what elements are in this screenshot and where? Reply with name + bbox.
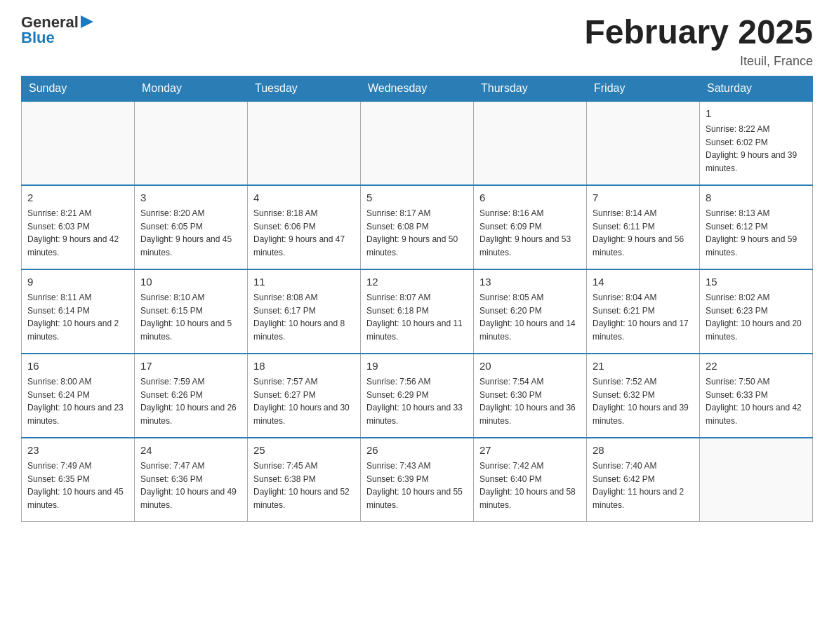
week-row-3: 9Sunrise: 8:11 AM Sunset: 6:14 PM Daylig… (22, 269, 813, 354)
day-number: 5 (366, 190, 468, 206)
calendar-cell: 16Sunrise: 8:00 AM Sunset: 6:24 PM Dayli… (22, 354, 135, 438)
day-number: 19 (366, 358, 468, 375)
day-number: 10 (140, 274, 241, 290)
calendar-cell: 12Sunrise: 8:07 AM Sunset: 6:18 PM Dayli… (361, 269, 474, 354)
day-info: Sunrise: 7:47 AM Sunset: 6:36 PM Dayligh… (140, 459, 241, 511)
day-number: 9 (27, 274, 128, 290)
day-number: 1 (706, 106, 807, 122)
day-info: Sunrise: 8:17 AM Sunset: 6:08 PM Dayligh… (366, 207, 468, 259)
day-info: Sunrise: 7:50 AM Sunset: 6:33 PM Dayligh… (706, 375, 807, 427)
day-info: Sunrise: 8:18 AM Sunset: 6:06 PM Dayligh… (253, 207, 355, 259)
day-number: 11 (253, 274, 355, 290)
day-info: Sunrise: 8:07 AM Sunset: 6:18 PM Dayligh… (366, 291, 468, 343)
calendar-cell: 3Sunrise: 8:20 AM Sunset: 6:05 PM Daylig… (135, 185, 248, 269)
calendar-table: Sunday Monday Tuesday Wednesday Thursday… (21, 76, 813, 523)
day-info: Sunrise: 8:14 AM Sunset: 6:11 PM Dayligh… (593, 207, 694, 259)
day-number: 24 (140, 443, 241, 459)
calendar-cell: 17Sunrise: 7:59 AM Sunset: 6:26 PM Dayli… (135, 354, 248, 438)
day-info: Sunrise: 8:21 AM Sunset: 6:03 PM Dayligh… (27, 207, 128, 259)
calendar-cell: 27Sunrise: 7:42 AM Sunset: 6:40 PM Dayli… (474, 438, 587, 522)
svg-marker-0 (81, 15, 93, 28)
calendar-cell (587, 101, 700, 185)
day-number: 15 (706, 274, 807, 290)
day-info: Sunrise: 8:10 AM Sunset: 6:15 PM Dayligh… (140, 291, 241, 343)
day-info: Sunrise: 8:13 AM Sunset: 6:12 PM Dayligh… (706, 207, 807, 259)
title-area: February 2025 Iteuil, France (584, 14, 813, 69)
day-info: Sunrise: 7:52 AM Sunset: 6:32 PM Dayligh… (593, 375, 694, 427)
calendar-cell (700, 438, 813, 522)
calendar-cell: 9Sunrise: 8:11 AM Sunset: 6:14 PM Daylig… (22, 269, 135, 354)
day-number: 18 (253, 358, 355, 375)
col-tuesday: Tuesday (248, 76, 361, 101)
calendar-cell (474, 101, 587, 185)
day-info: Sunrise: 8:16 AM Sunset: 6:09 PM Dayligh… (479, 207, 581, 259)
calendar-cell: 22Sunrise: 7:50 AM Sunset: 6:33 PM Dayli… (700, 354, 813, 438)
calendar-cell: 24Sunrise: 7:47 AM Sunset: 6:36 PM Dayli… (135, 438, 248, 522)
header-row: Sunday Monday Tuesday Wednesday Thursday… (22, 76, 813, 101)
calendar-cell: 2Sunrise: 8:21 AM Sunset: 6:03 PM Daylig… (22, 185, 135, 269)
day-info: Sunrise: 7:56 AM Sunset: 6:29 PM Dayligh… (366, 375, 468, 427)
calendar-cell: 11Sunrise: 8:08 AM Sunset: 6:17 PM Dayli… (248, 269, 361, 354)
day-info: Sunrise: 8:00 AM Sunset: 6:24 PM Dayligh… (27, 375, 128, 427)
col-wednesday: Wednesday (361, 76, 474, 101)
day-number: 21 (593, 358, 694, 375)
calendar-cell (248, 101, 361, 185)
logo-arrow-icon (81, 15, 93, 28)
calendar-cell: 28Sunrise: 7:40 AM Sunset: 6:42 PM Dayli… (587, 438, 700, 522)
day-info: Sunrise: 7:42 AM Sunset: 6:40 PM Dayligh… (479, 459, 581, 511)
calendar-cell: 26Sunrise: 7:43 AM Sunset: 6:39 PM Dayli… (361, 438, 474, 522)
day-number: 26 (366, 443, 468, 459)
col-friday: Friday (587, 76, 700, 101)
day-number: 22 (706, 358, 807, 375)
day-info: Sunrise: 7:54 AM Sunset: 6:30 PM Dayligh… (479, 375, 581, 427)
calendar-cell: 5Sunrise: 8:17 AM Sunset: 6:08 PM Daylig… (361, 185, 474, 269)
day-number: 4 (253, 190, 355, 206)
col-sunday: Sunday (22, 76, 135, 101)
calendar-cell: 23Sunrise: 7:49 AM Sunset: 6:35 PM Dayli… (22, 438, 135, 522)
calendar-cell (135, 101, 248, 185)
calendar-cell (22, 101, 135, 185)
calendar-cell: 20Sunrise: 7:54 AM Sunset: 6:30 PM Dayli… (474, 354, 587, 438)
week-row-2: 2Sunrise: 8:21 AM Sunset: 6:03 PM Daylig… (22, 185, 813, 269)
day-number: 17 (140, 358, 241, 375)
logo: General Blue (21, 14, 93, 46)
day-number: 16 (27, 358, 128, 375)
calendar-cell: 10Sunrise: 8:10 AM Sunset: 6:15 PM Dayli… (135, 269, 248, 354)
calendar-body: 1Sunrise: 8:22 AM Sunset: 6:02 PM Daylig… (22, 101, 813, 522)
logo-blue: Blue (21, 29, 93, 46)
day-number: 20 (479, 358, 581, 375)
day-info: Sunrise: 8:08 AM Sunset: 6:17 PM Dayligh… (253, 291, 355, 343)
day-info: Sunrise: 8:02 AM Sunset: 6:23 PM Dayligh… (706, 291, 807, 343)
calendar-cell: 14Sunrise: 8:04 AM Sunset: 6:21 PM Dayli… (587, 269, 700, 354)
calendar-title: February 2025 (584, 14, 813, 51)
calendar-header: Sunday Monday Tuesday Wednesday Thursday… (22, 76, 813, 101)
calendar-cell: 13Sunrise: 8:05 AM Sunset: 6:20 PM Dayli… (474, 269, 587, 354)
day-number: 8 (706, 190, 807, 206)
calendar-cell: 1Sunrise: 8:22 AM Sunset: 6:02 PM Daylig… (700, 101, 813, 185)
week-row-5: 23Sunrise: 7:49 AM Sunset: 6:35 PM Dayli… (22, 438, 813, 522)
day-number: 28 (593, 443, 694, 459)
col-thursday: Thursday (474, 76, 587, 101)
calendar-cell: 8Sunrise: 8:13 AM Sunset: 6:12 PM Daylig… (700, 185, 813, 269)
day-number: 3 (140, 190, 241, 206)
calendar-cell: 18Sunrise: 7:57 AM Sunset: 6:27 PM Dayli… (248, 354, 361, 438)
day-number: 13 (479, 274, 581, 290)
calendar-cell: 6Sunrise: 8:16 AM Sunset: 6:09 PM Daylig… (474, 185, 587, 269)
calendar-cell (361, 101, 474, 185)
day-info: Sunrise: 7:49 AM Sunset: 6:35 PM Dayligh… (27, 459, 128, 511)
day-info: Sunrise: 7:43 AM Sunset: 6:39 PM Dayligh… (366, 459, 468, 511)
calendar-cell: 19Sunrise: 7:56 AM Sunset: 6:29 PM Dayli… (361, 354, 474, 438)
day-info: Sunrise: 7:57 AM Sunset: 6:27 PM Dayligh… (253, 375, 355, 427)
week-row-1: 1Sunrise: 8:22 AM Sunset: 6:02 PM Daylig… (22, 101, 813, 185)
day-info: Sunrise: 8:04 AM Sunset: 6:21 PM Dayligh… (593, 291, 694, 343)
day-number: 27 (479, 443, 581, 459)
day-info: Sunrise: 8:11 AM Sunset: 6:14 PM Dayligh… (27, 291, 128, 343)
day-info: Sunrise: 8:20 AM Sunset: 6:05 PM Dayligh… (140, 207, 241, 259)
day-number: 6 (479, 190, 581, 206)
day-number: 7 (593, 190, 694, 206)
day-number: 2 (27, 190, 128, 206)
day-info: Sunrise: 7:59 AM Sunset: 6:26 PM Dayligh… (140, 375, 241, 427)
day-info: Sunrise: 8:05 AM Sunset: 6:20 PM Dayligh… (479, 291, 581, 343)
calendar-subtitle: Iteuil, France (584, 54, 813, 69)
day-info: Sunrise: 7:40 AM Sunset: 6:42 PM Dayligh… (593, 459, 694, 511)
